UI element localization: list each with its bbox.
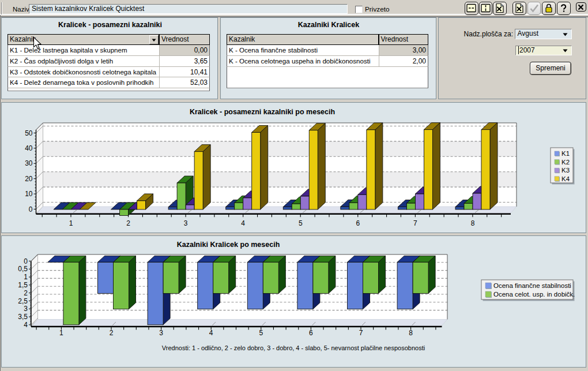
svg-text:6: 6 bbox=[309, 329, 313, 337]
svg-text:1: 1 bbox=[59, 329, 63, 337]
svg-text:10: 10 bbox=[25, 190, 33, 198]
svg-text:3: 3 bbox=[159, 329, 163, 337]
svg-text:K1: K1 bbox=[561, 150, 570, 157]
svg-text:Vrednosti: 1 - odlično, 2 - ze: Vrednosti: 1 - odlično, 2 - zelo dobro, … bbox=[162, 344, 425, 351]
svg-text:5: 5 bbox=[259, 329, 263, 337]
svg-text:2: 2 bbox=[24, 289, 28, 297]
svg-text:Kazalniki Kralicek po mesecih: Kazalniki Kralicek po mesecih bbox=[177, 241, 280, 249]
svg-text:1: 1 bbox=[24, 273, 28, 281]
svg-text:0: 0 bbox=[24, 257, 28, 265]
svg-text:K4: K4 bbox=[561, 175, 570, 182]
svg-text:2: 2 bbox=[126, 219, 130, 227]
svg-text:3,5: 3,5 bbox=[18, 313, 28, 321]
svg-text:1,5: 1,5 bbox=[18, 281, 28, 289]
svg-text:7: 7 bbox=[359, 329, 363, 337]
svg-text:8: 8 bbox=[471, 219, 475, 227]
svg-text:40: 40 bbox=[25, 144, 33, 152]
svg-text:4: 4 bbox=[24, 321, 28, 329]
svg-text:Ocena celot. usp. in dobičk.: Ocena celot. usp. in dobičk. bbox=[493, 291, 575, 298]
svg-text:0: 0 bbox=[29, 205, 33, 213]
svg-text:2: 2 bbox=[110, 329, 114, 337]
svg-text:K2: K2 bbox=[561, 159, 570, 166]
svg-text:20: 20 bbox=[25, 175, 33, 183]
svg-text:4: 4 bbox=[209, 329, 213, 337]
svg-text:2,5: 2,5 bbox=[18, 297, 28, 305]
svg-text:3: 3 bbox=[184, 219, 188, 227]
svg-text:K3: K3 bbox=[561, 167, 570, 174]
svg-text:Kralicek - posamezni kazalniki: Kralicek - posamezni kazalniki po meseci… bbox=[190, 108, 335, 116]
svg-text:30: 30 bbox=[25, 159, 33, 167]
svg-text:0,5: 0,5 bbox=[18, 265, 28, 273]
svg-text:4: 4 bbox=[241, 219, 245, 227]
svg-text:3: 3 bbox=[24, 305, 28, 313]
svg-text:50: 50 bbox=[25, 129, 33, 137]
svg-text:6: 6 bbox=[356, 219, 360, 227]
svg-text:Ocena finančne stabilnosti: Ocena finančne stabilnosti bbox=[493, 282, 571, 289]
svg-text:8: 8 bbox=[409, 329, 413, 337]
svg-text:7: 7 bbox=[413, 219, 417, 227]
svg-text:5: 5 bbox=[299, 219, 303, 227]
svg-text:1: 1 bbox=[69, 219, 73, 227]
